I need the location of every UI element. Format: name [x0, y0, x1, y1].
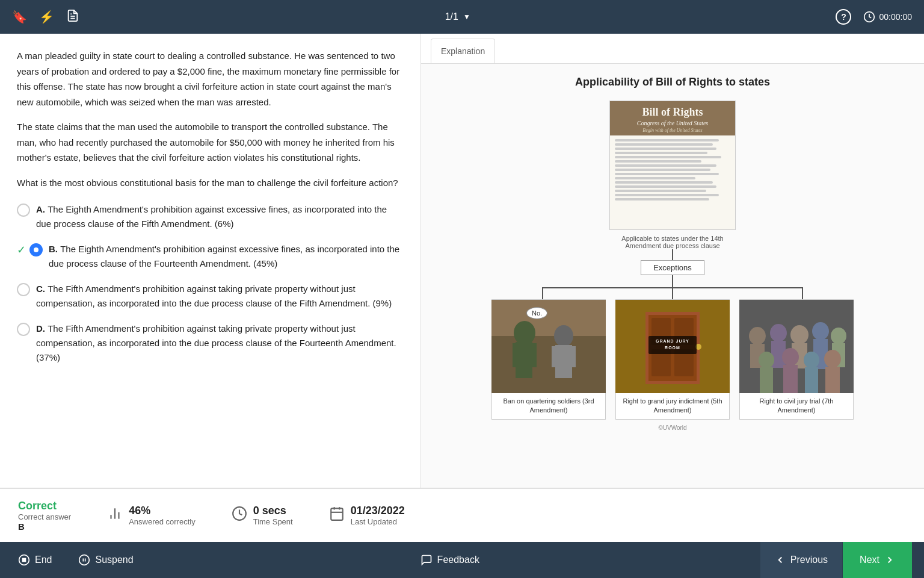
radio-c[interactable]	[17, 283, 30, 296]
branch-lines	[486, 275, 859, 299]
header-right-icons: ? 00:00:00	[836, 9, 912, 25]
radio-d[interactable]	[17, 323, 30, 336]
bill-header: Bill of Rights Congress of the United St…	[610, 101, 735, 135]
svg-point-30	[790, 325, 808, 344]
exception-caption-7th: Right to civil jury trial (7th Amendment…	[740, 393, 853, 419]
svg-point-10	[554, 325, 573, 347]
bill-subtitle: Congress of the United States	[612, 120, 733, 126]
svg-rect-4	[491, 336, 606, 393]
result-label: Correct	[18, 500, 71, 512]
exception-cards: No. Ban on quartering soldiers (3rd Amen…	[491, 299, 854, 420]
counter-text: 1/1	[445, 11, 458, 22]
save-icon[interactable]	[66, 9, 79, 25]
status-bar: Correct Correct answer B 46% Answered co…	[0, 488, 924, 542]
date-value: 01/23/2022	[351, 505, 405, 517]
time-metric: 0 secs Time Spent	[232, 505, 293, 526]
next-button[interactable]: Next	[843, 542, 912, 578]
end-button[interactable]: End	[12, 550, 58, 570]
exceptions-label: Exceptions	[641, 260, 704, 275]
svg-point-32	[812, 322, 829, 340]
timer-display: 00:00:00	[863, 11, 912, 23]
bookmark-icon[interactable]: 🔖	[12, 10, 27, 24]
svg-rect-53	[23, 559, 26, 562]
svg-text:ROOM: ROOM	[665, 346, 680, 350]
question-counter[interactable]: 1/1 ▼	[445, 11, 470, 22]
nav-left-buttons: End Suspend	[12, 550, 140, 570]
feedback-button[interactable]: Feedback	[420, 554, 479, 566]
answer-options: A. The Eighth Amendment's prohibition ag…	[17, 202, 404, 365]
radio-b-wrapper[interactable]: ✓	[17, 243, 43, 256]
radio-b[interactable]	[29, 243, 43, 256]
svg-point-6	[514, 321, 535, 345]
radio-d-wrapper[interactable]	[17, 323, 30, 336]
correct-answer-value: B	[18, 521, 71, 532]
nav-right-buttons: Previous Next	[760, 542, 912, 578]
radio-c-wrapper[interactable]	[17, 283, 30, 296]
percentage-details: 46% Answered correctly	[129, 505, 196, 526]
svg-point-26	[749, 327, 766, 345]
exception-caption-5th: Right to grand jury indictment (5th Amen…	[616, 393, 729, 419]
previous-button[interactable]: Previous	[760, 542, 843, 578]
bill-title: Bill of Rights	[612, 106, 733, 119]
date-metric: 01/23/2022 Last Updated	[329, 505, 405, 526]
chart-icon	[107, 506, 123, 525]
watermark: ©UVWorld	[658, 424, 686, 431]
svg-point-28	[770, 324, 787, 342]
option-c-text: C. The Fifth Amendment's prohibition aga…	[36, 282, 404, 311]
radio-a-wrapper[interactable]	[17, 204, 30, 217]
dropdown-icon[interactable]: ▼	[463, 13, 470, 21]
explanation-tab[interactable]: Explanation	[431, 39, 495, 63]
explanation-tab-bar: Explanation	[421, 34, 924, 64]
bill-lines	[615, 139, 730, 200]
svg-point-34	[831, 328, 846, 344]
time-details: 0 secs Time Spent	[253, 505, 293, 526]
option-d-text: D. The Fifth Amendment's prohibition aga…	[36, 322, 404, 365]
diagram-title: Applicability of Bill of Rights to state…	[436, 76, 910, 89]
question-paragraph-2: The state claims that the man used the a…	[17, 119, 404, 166]
next-label: Next	[860, 555, 879, 565]
suspend-button[interactable]: Suspend	[72, 550, 139, 570]
svg-rect-37	[760, 367, 773, 393]
svg-rect-12	[552, 346, 558, 367]
option-d[interactable]: D. The Fifth Amendment's prohibition aga…	[17, 322, 404, 365]
option-a[interactable]: A. The Eighth Amendment's prohibition ag…	[17, 202, 404, 231]
diagram-container: Bill of Rights Congress of the United St…	[436, 101, 910, 431]
no-bubble: No.	[526, 307, 547, 319]
radio-a[interactable]	[17, 204, 30, 217]
header-left-icons: 🔖 ⚡	[12, 9, 79, 25]
exception-card-5th: GRAND JURY ROOM Right to grand jury indi…	[615, 299, 730, 420]
correct-answer-label: Correct answer	[18, 512, 71, 521]
svg-rect-48	[331, 508, 343, 520]
percentage-metric: 46% Answered correctly	[107, 505, 196, 526]
feedback-label: Feedback	[437, 555, 479, 565]
date-details: 01/23/2022 Last Updated	[351, 505, 405, 526]
correct-checkmark: ✓	[17, 243, 26, 256]
result-item: Correct Correct answer B	[18, 500, 71, 532]
time-value: 0 secs	[253, 505, 293, 517]
option-c[interactable]: C. The Fifth Amendment's prohibition aga…	[17, 282, 404, 311]
svg-rect-41	[805, 367, 818, 393]
bottom-nav: End Suspend Feedback Previous Next	[0, 542, 924, 578]
svg-rect-13	[570, 346, 576, 367]
soldier-image: No.	[491, 300, 606, 393]
exception-card-3rd: No. Ban on quartering soldiers (3rd Amen…	[491, 299, 606, 420]
help-icon[interactable]: ?	[836, 9, 851, 25]
option-b[interactable]: ✓ B. The Eighth Amendment's prohibition …	[17, 242, 404, 271]
calendar-icon	[329, 506, 345, 525]
svg-text:GRAND JURY: GRAND JURY	[656, 339, 689, 343]
jury-room-image: GRAND JURY ROOM	[615, 300, 730, 393]
previous-label: Previous	[790, 555, 828, 565]
exception-card-7th: Right to civil jury trial (7th Amendment…	[739, 299, 854, 420]
bill-of-rights-image: Bill of Rights Congress of the United St…	[609, 101, 736, 230]
left-panel: A man pleaded guilty in state court to d…	[0, 34, 421, 488]
svg-rect-9	[529, 343, 537, 367]
svg-rect-39	[783, 365, 798, 393]
svg-point-42	[824, 350, 841, 368]
svg-point-54	[79, 555, 90, 565]
bill-caption: Applicable to states under the 14th Amen…	[609, 235, 736, 249]
svg-rect-11	[555, 345, 572, 378]
time-label: Time Spent	[253, 517, 293, 526]
flash-icon[interactable]: ⚡	[39, 10, 54, 24]
answered-correctly-label: Answered correctly	[129, 517, 196, 526]
svg-rect-43	[825, 367, 840, 393]
